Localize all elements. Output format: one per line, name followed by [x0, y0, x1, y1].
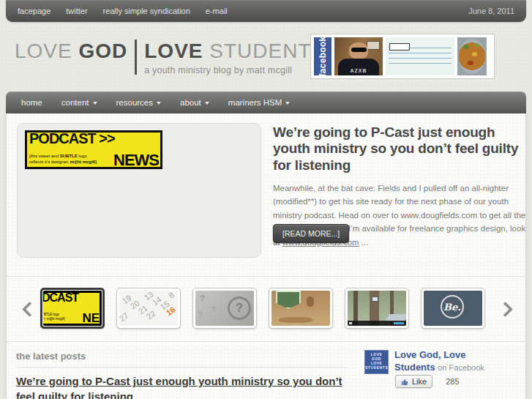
featured-post-title[interactable]: We’re going to P-Cast just enough youth … — [273, 124, 526, 174]
site-logo[interactable]: LOVE GOD LOVE STUDENTS a youth ministry … — [15, 40, 326, 75]
facebook-wordmark: facebook — [314, 37, 331, 75]
dropdown-arrow-icon — [93, 102, 97, 105]
badge-photo-handwritten-note[interactable] — [386, 37, 454, 75]
like-button[interactable]: Like — [395, 375, 432, 388]
facebook-like-row: Like 285 — [395, 375, 460, 388]
logo-right-text: LOVE STUDENTS — [144, 40, 326, 63]
dropdown-arrow-icon — [205, 102, 209, 105]
facebook-badge[interactable]: facebook AZXB — [310, 34, 495, 79]
topbar-link-twitter[interactable]: twitter — [66, 7, 87, 15]
latest-posts-heading: the latest posts — [16, 351, 86, 362]
logo-right-block: LOVE STUDENTS a youth ministry blog by m… — [144, 40, 326, 75]
carousel-thumb-question-marks[interactable]: ? ? ? ? — [192, 288, 257, 329]
top-utility-bar: facepage twitter really simple syndicati… — [6, 0, 526, 22]
facebook-page-name[interactable]: Love God, Love Students on Facebook — [394, 349, 501, 374]
divider — [16, 367, 347, 368]
nav-item-resources[interactable]: resources — [107, 92, 171, 113]
topbar-link-rss[interactable]: really simple syndication — [103, 7, 190, 15]
chevron-left-icon[interactable] — [22, 302, 37, 317]
logo-left-text: LOVE GOD — [15, 40, 127, 63]
play-icon — [349, 322, 352, 324]
dropdown-arrow-icon — [285, 102, 290, 105]
carousel-thumb-podcast-news[interactable]: DCAST NE BTLE logor, m@tt mcgill] — [40, 288, 105, 329]
carousel-thumb-forest-video[interactable] — [345, 288, 409, 329]
topbar-link-facepage[interactable]: facepage — [18, 7, 50, 15]
post-carousel: DCAST NE BTLE logor, m@tt mcgill] 19 20 … — [7, 276, 527, 342]
carousel-thumb-calendar[interactable]: 19 20 21 22 27 13 14 15 16 8 — [116, 288, 181, 329]
site-tagline: a youth ministry blog by matt mcgill — [144, 65, 326, 75]
nav-item-about[interactable]: about — [171, 92, 219, 113]
podcast-news-logo: PODCAST >> NEWS [this sweet and SUBTLE l… — [25, 130, 162, 169]
read-more-button[interactable]: [READ MORE...] — [273, 224, 349, 243]
nav-item-home[interactable]: home — [12, 92, 52, 113]
on-facebook-label: on Facebook — [438, 363, 484, 372]
main-nav: home content resources about mariners HS… — [6, 92, 526, 113]
carousel-thumb-camp-scene[interactable] — [269, 288, 333, 329]
main-content: PODCAST >> NEWS [this sweet and SUBTLE l… — [6, 113, 526, 399]
chevron-right-icon[interactable] — [498, 302, 513, 317]
like-count: 285 — [446, 377, 459, 386]
thumbs-up-icon — [401, 378, 409, 386]
current-date: June 8, 2011 — [468, 7, 514, 15]
dougfields-link[interactable]: www.dougfields.com — [401, 211, 478, 220]
nav-item-mariners-hsm[interactable]: mariners HSM — [219, 92, 299, 113]
carousel-thumbnails: DCAST NE BTLE logor, m@tt mcgill] 19 20 … — [40, 288, 485, 329]
carousel-thumb-be-logo[interactable]: Be. — [421, 288, 485, 329]
podcast-logo-note: [this sweet and SUBTLE logoreflects it's… — [29, 154, 102, 165]
sunglasses-shape — [351, 48, 367, 52]
featured-post-image[interactable]: PODCAST >> NEWS [this sweet and SUBTLE l… — [17, 123, 261, 258]
dropdown-arrow-icon — [157, 102, 161, 105]
video-player-bar — [348, 321, 406, 326]
be-circle-badge: Be. — [441, 295, 464, 318]
facebook-page-avatar[interactable]: LOVE GOD LOVE STUDENTS — [364, 350, 389, 374]
topbar-link-email[interactable]: e-mail — [206, 7, 228, 15]
badge-photo-food-plate[interactable] — [457, 37, 487, 75]
logo-divider — [135, 40, 137, 75]
latest-post-link[interactable]: We’re going to P-Cast just enough youth … — [16, 373, 347, 399]
nav-item-content[interactable]: content — [52, 92, 107, 113]
badge-photo-webcam-portrait[interactable]: AZXB — [334, 37, 383, 75]
question-mark-icon: ? — [228, 297, 251, 320]
banner-shape — [276, 291, 301, 309]
